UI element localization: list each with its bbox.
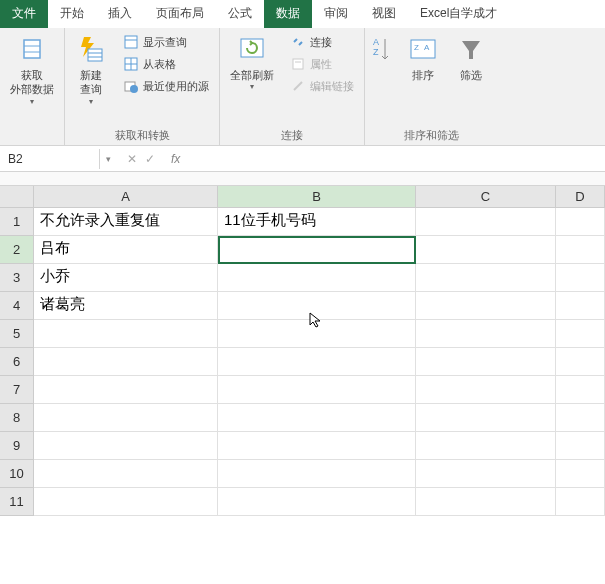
cell-c2[interactable]: [416, 236, 556, 264]
row-header-6[interactable]: 6: [0, 348, 34, 376]
cell-d8[interactable]: [556, 404, 605, 432]
cell-b9[interactable]: [218, 432, 416, 460]
properties-button: 属性: [286, 54, 358, 74]
accept-icon[interactable]: ✓: [145, 152, 155, 166]
cell-c6[interactable]: [416, 348, 556, 376]
cell-d3[interactable]: [556, 264, 605, 292]
cell-d9[interactable]: [556, 432, 605, 460]
cell-c11[interactable]: [416, 488, 556, 516]
cell-c1[interactable]: [416, 208, 556, 236]
cell-a7[interactable]: [34, 376, 218, 404]
cell-a3[interactable]: 小乔: [34, 264, 218, 292]
sort-az-button[interactable]: AZ: [371, 32, 395, 68]
get-external-data-button[interactable]: 获取 外部数据 ▾: [6, 32, 58, 108]
new-query-button[interactable]: 新建 查询 ▾: [71, 32, 111, 108]
cell-a6[interactable]: [34, 348, 218, 376]
cell-d6[interactable]: [556, 348, 605, 376]
svg-rect-0: [24, 40, 40, 58]
svg-rect-6: [125, 36, 137, 48]
tab-excel-custom[interactable]: Excel自学成才: [408, 0, 509, 28]
cell-d4[interactable]: [556, 292, 605, 320]
cell-b3[interactable]: [218, 264, 416, 292]
from-table-button[interactable]: 从表格: [119, 54, 213, 74]
group-label-transform: 获取和转换: [71, 126, 213, 143]
cell-a10[interactable]: [34, 460, 218, 488]
row-header-10[interactable]: 10: [0, 460, 34, 488]
row-header-9[interactable]: 9: [0, 432, 34, 460]
cell-c9[interactable]: [416, 432, 556, 460]
cell-a2[interactable]: 吕布: [34, 236, 218, 264]
cell-b11[interactable]: [218, 488, 416, 516]
cell-c5[interactable]: [416, 320, 556, 348]
cancel-icon[interactable]: ✕: [127, 152, 137, 166]
cell-c10[interactable]: [416, 460, 556, 488]
fx-icon[interactable]: fx: [165, 152, 186, 166]
cell-b4[interactable]: [218, 292, 416, 320]
cell-b2[interactable]: [218, 236, 416, 264]
menu-tabs: 文件 开始 插入 页面布局 公式 数据 审阅 视图 Excel自学成才: [0, 0, 605, 28]
cell-a4[interactable]: 诸葛亮: [34, 292, 218, 320]
row-3: 3 小乔: [0, 264, 605, 292]
row-header-11[interactable]: 11: [0, 488, 34, 516]
cell-c7[interactable]: [416, 376, 556, 404]
col-header-c[interactable]: C: [416, 186, 556, 208]
cell-a11[interactable]: [34, 488, 218, 516]
cell-d2[interactable]: [556, 236, 605, 264]
tab-insert[interactable]: 插入: [96, 0, 144, 28]
cell-b10[interactable]: [218, 460, 416, 488]
select-all-corner[interactable]: [0, 186, 34, 208]
formula-bar[interactable]: [186, 156, 605, 162]
cell-b7[interactable]: [218, 376, 416, 404]
properties-label: 属性: [310, 57, 332, 72]
svg-text:A: A: [373, 37, 379, 47]
tab-pagelayout[interactable]: 页面布局: [144, 0, 216, 28]
tab-view[interactable]: 视图: [360, 0, 408, 28]
row-header-5[interactable]: 5: [0, 320, 34, 348]
show-query-button[interactable]: 显示查询: [119, 32, 213, 52]
cell-d5[interactable]: [556, 320, 605, 348]
row-header-3[interactable]: 3: [0, 264, 34, 292]
sort-button[interactable]: ZA 排序: [403, 32, 443, 84]
cell-d10[interactable]: [556, 460, 605, 488]
cell-d7[interactable]: [556, 376, 605, 404]
name-box[interactable]: B2: [0, 149, 100, 169]
row-4: 4 诸葛亮: [0, 292, 605, 320]
cell-d1[interactable]: [556, 208, 605, 236]
row-header-2[interactable]: 2: [0, 236, 34, 264]
tab-data[interactable]: 数据: [264, 0, 312, 28]
col-header-d[interactable]: D: [556, 186, 605, 208]
dropdown-arrow-icon: ▾: [30, 97, 34, 106]
cell-a9[interactable]: [34, 432, 218, 460]
cell-a8[interactable]: [34, 404, 218, 432]
row-6: 6: [0, 348, 605, 376]
col-header-b[interactable]: B: [218, 186, 416, 208]
cell-b8[interactable]: [218, 404, 416, 432]
formula-bar-row: B2 ▾ ✕ ✓ fx: [0, 146, 605, 172]
recent-sources-button[interactable]: 最近使用的源: [119, 76, 213, 96]
cell-d11[interactable]: [556, 488, 605, 516]
refresh-all-button[interactable]: 全部刷新 ▾: [226, 32, 278, 93]
spreadsheet-grid: A B C D 1 不允许录入重复值 11位手机号码 2 吕布 3 小乔 4 诸…: [0, 186, 605, 516]
cell-a1[interactable]: 不允许录入重复值: [34, 208, 218, 236]
cell-c4[interactable]: [416, 292, 556, 320]
cell-b5[interactable]: [218, 320, 416, 348]
tab-home[interactable]: 开始: [48, 0, 96, 28]
col-header-a[interactable]: A: [34, 186, 218, 208]
cell-a5[interactable]: [34, 320, 218, 348]
cell-b1[interactable]: 11位手机号码: [218, 208, 416, 236]
svg-point-12: [130, 85, 138, 93]
cell-c8[interactable]: [416, 404, 556, 432]
filter-button[interactable]: 筛选: [451, 32, 491, 84]
tab-formulas[interactable]: 公式: [216, 0, 264, 28]
row-8: 8: [0, 404, 605, 432]
row-header-4[interactable]: 4: [0, 292, 34, 320]
tab-file[interactable]: 文件: [0, 0, 48, 28]
cell-c3[interactable]: [416, 264, 556, 292]
tab-review[interactable]: 审阅: [312, 0, 360, 28]
row-header-1[interactable]: 1: [0, 208, 34, 236]
row-header-7[interactable]: 7: [0, 376, 34, 404]
connections-button[interactable]: 连接: [286, 32, 358, 52]
row-header-8[interactable]: 8: [0, 404, 34, 432]
name-box-dropdown[interactable]: ▾: [100, 154, 117, 164]
cell-b6[interactable]: [218, 348, 416, 376]
